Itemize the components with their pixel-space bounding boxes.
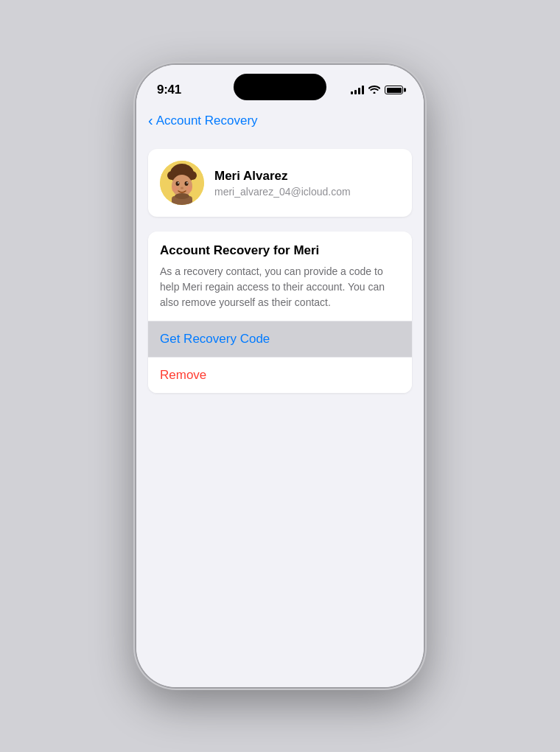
- recovery-card: Account Recovery for Meri As a recovery …: [148, 231, 412, 393]
- signal-bar-2: [354, 90, 357, 94]
- svg-point-8: [176, 181, 180, 186]
- back-chevron-icon: ‹: [148, 112, 153, 129]
- svg-point-6: [186, 167, 193, 175]
- profile-email: meri_alvarez_04@icloud.com: [214, 186, 351, 198]
- nav-title: Account Recovery: [156, 114, 258, 128]
- battery-fill: [387, 88, 402, 93]
- svg-point-15: [172, 186, 178, 192]
- phone-frame: 9:41: [136, 65, 424, 687]
- wifi-icon: [368, 85, 380, 96]
- remove-button[interactable]: Remove: [148, 358, 412, 393]
- svg-point-12: [181, 187, 183, 189]
- recovery-card-title: Account Recovery for Meri: [160, 243, 400, 258]
- svg-point-4: [171, 167, 178, 175]
- svg-point-14: [175, 193, 189, 199]
- nav-bar: ‹ Account Recovery: [136, 105, 424, 137]
- recovery-card-body: As a recovery contact, you can provide a…: [160, 264, 400, 310]
- dynamic-island: [234, 74, 326, 100]
- signal-bar-4: [362, 86, 364, 94]
- signal-bars-icon: [351, 86, 364, 94]
- svg-point-10: [178, 182, 179, 184]
- status-time: 9:41: [157, 83, 181, 97]
- memoji-svg: [160, 161, 204, 205]
- svg-point-16: [186, 186, 192, 192]
- svg-point-9: [185, 181, 189, 186]
- status-icons: [351, 85, 403, 96]
- status-bar: 9:41: [136, 65, 424, 105]
- profile-card: Meri Alvarez meri_alvarez_04@icloud.com: [148, 149, 412, 217]
- recovery-text-section: Account Recovery for Meri As a recovery …: [148, 231, 412, 321]
- signal-bar-1: [351, 91, 353, 94]
- battery-icon: [385, 86, 403, 94]
- back-button[interactable]: ‹ Account Recovery: [148, 113, 258, 129]
- avatar: [160, 161, 204, 205]
- svg-point-5: [178, 164, 186, 172]
- profile-name: Meri Alvarez: [214, 169, 351, 184]
- get-recovery-code-button[interactable]: Get Recovery Code: [148, 321, 412, 357]
- svg-point-11: [186, 182, 188, 184]
- screen: 9:41: [136, 65, 424, 687]
- signal-bar-3: [358, 88, 360, 94]
- content-area: Meri Alvarez meri_alvarez_04@icloud.com …: [136, 137, 424, 687]
- profile-info: Meri Alvarez meri_alvarez_04@icloud.com: [214, 169, 351, 198]
